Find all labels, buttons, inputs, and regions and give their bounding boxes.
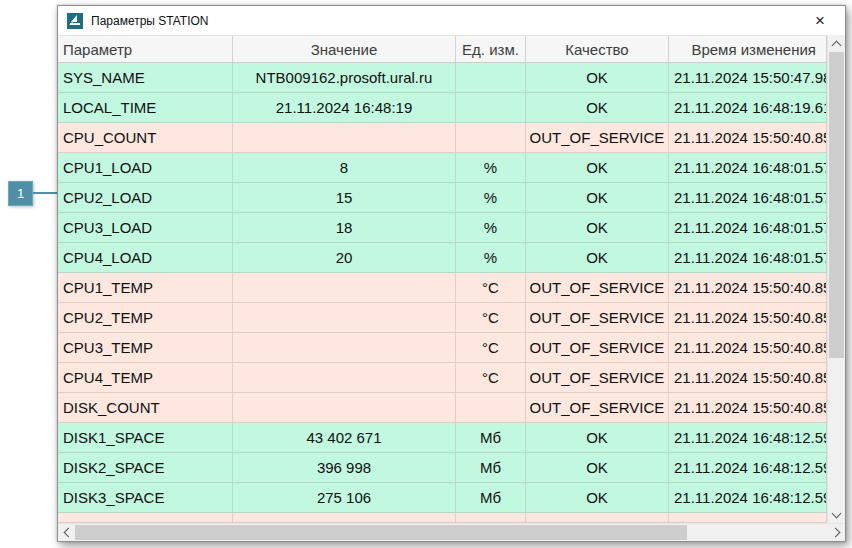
cell-value xyxy=(233,393,456,423)
cell-unit: % xyxy=(456,183,526,213)
cell-value: 43 402 671 xyxy=(233,423,456,453)
screenshot-stage: 1 Параметры STATION × ПараметрЗначениеЕд… xyxy=(0,0,852,548)
cell-quality: OUT_OF_SERVICE xyxy=(526,303,669,333)
table-row[interactable]: DISK1_SPACE43 402 671МбOK21.11.2024 16:4… xyxy=(58,423,827,453)
cell-time: 21.11.2024 16:48:01.57 xyxy=(669,213,827,243)
cell-quality: OK xyxy=(526,63,669,93)
cell-unit: Мб xyxy=(456,483,526,513)
vertical-scrollbar[interactable] xyxy=(827,35,845,523)
annotation-badge-label: 1 xyxy=(17,186,24,201)
cell-time: 21.11.2024 16:48:01.57 xyxy=(669,183,827,213)
table-row[interactable]: CPU2_LOAD15%OK21.11.2024 16:48:01.57 xyxy=(58,183,827,213)
column-header-quality: Качество xyxy=(526,36,669,62)
cell-time: 21.11.2024 15:50:40.85 xyxy=(669,333,827,363)
cell-unit: °C xyxy=(456,303,526,333)
table-row[interactable]: DISK_COUNTOUT_OF_SERVICE21.11.2024 15:50… xyxy=(58,393,827,423)
cell-value xyxy=(233,333,456,363)
column-header-value: Значение xyxy=(233,36,456,62)
app-chart-icon xyxy=(67,13,83,29)
close-icon: × xyxy=(815,11,825,31)
table-row[interactable]: CPU4_TEMP°COUT_OF_SERVICE21.11.2024 15:5… xyxy=(58,363,827,393)
table-row[interactable]: CPU4_LOAD20%OK21.11.2024 16:48:01.57 xyxy=(58,243,827,273)
table-row[interactable]: LOCAL_TIME21.11.2024 16:48:19OK21.11.202… xyxy=(58,93,827,123)
cell-time: 21.11.2024 15:50:47.98 xyxy=(669,63,827,93)
cell-unit xyxy=(456,93,526,123)
table-header: ПараметрЗначениеЕд. изм.КачествоВремя из… xyxy=(58,35,827,63)
cell-unit: °C xyxy=(456,363,526,393)
table-row[interactable]: CPU1_LOAD8%OK21.11.2024 16:48:01.57 xyxy=(58,153,827,183)
cell-value: 8 xyxy=(233,153,456,183)
scroll-down-icon xyxy=(832,508,842,518)
table-row[interactable]: CPU_COUNTOUT_OF_SERVICE21.11.2024 15:50:… xyxy=(58,123,827,153)
column-header-unit: Ед. изм. xyxy=(456,36,526,62)
cell-param: DISK1_SPACE xyxy=(58,423,233,453)
table-row[interactable]: DISK2_SPACE396 998МбOK21.11.2024 16:48:1… xyxy=(58,453,827,483)
cell-time: 21.11.2024 15:50:40.85 xyxy=(669,123,827,153)
table-row[interactable]: CPU2_TEMP°COUT_OF_SERVICE21.11.2024 15:5… xyxy=(58,303,827,333)
horizontal-scroll-thumb[interactable] xyxy=(75,525,687,540)
annotation-connector-line xyxy=(33,192,57,194)
cell-value: 18 xyxy=(233,213,456,243)
cell-time: 21.11.2024 15:50:40.85 xyxy=(669,393,827,423)
title-bar[interactable]: Параметры STATION × xyxy=(58,6,845,35)
cell-param: CPU3_LOAD xyxy=(58,213,233,243)
window-body: ПараметрЗначениеЕд. изм.КачествоВремя из… xyxy=(58,35,845,541)
horizontal-scrollbar[interactable] xyxy=(58,523,845,541)
scroll-left-button[interactable] xyxy=(58,524,75,541)
cell-quality: OUT_OF_SERVICE xyxy=(526,123,669,153)
cell-param: CPU_COUNT xyxy=(58,123,233,153)
column-header-time: Время изменения xyxy=(669,36,827,62)
cell-quality: OK xyxy=(526,453,669,483)
table-row[interactable]: DISK3_SPACE275 106МбOK21.11.2024 16:48:1… xyxy=(58,483,827,513)
close-button[interactable]: × xyxy=(809,10,831,32)
cell-quality: OK xyxy=(526,243,669,273)
cell-unit: Мб xyxy=(456,423,526,453)
scroll-right-button[interactable] xyxy=(828,524,845,541)
cell-value: NTB009162.prosoft.ural.ru xyxy=(233,63,456,93)
cell-time: 21.11.2024 15:50:40.85 xyxy=(669,303,827,333)
cell-time: 21.11.2024 16:48:19.61 xyxy=(669,93,827,123)
cell-time: 21.11.2024 16:48:12.59 xyxy=(669,453,827,483)
cell-quality: OUT_OF_SERVICE xyxy=(526,333,669,363)
scroll-up-button[interactable] xyxy=(828,35,845,52)
cell-param: DISK_COUNT xyxy=(58,393,233,423)
cell-time: 21.11.2024 15:50:40.85 xyxy=(669,273,827,303)
cell-param: CPU1_TEMP xyxy=(58,273,233,303)
column-header-param: Параметр xyxy=(58,36,233,62)
scroll-down-button[interactable] xyxy=(828,506,845,523)
cell-param: CPU2_LOAD xyxy=(58,183,233,213)
horizontal-scroll-track[interactable] xyxy=(75,524,828,541)
scroll-left-icon xyxy=(63,528,73,538)
cell-time: 21.11.2024 15:50:40.85 xyxy=(669,363,827,393)
cell-quality: OUT_OF_SERVICE xyxy=(526,273,669,303)
annotation-badge-1: 1 xyxy=(8,181,33,206)
vertical-scroll-thumb[interactable] xyxy=(829,52,844,358)
cell-quality: OK xyxy=(526,483,669,513)
parameters-table: ПараметрЗначениеЕд. изм.КачествоВремя из… xyxy=(58,35,827,523)
table-row[interactable]: SYS_NAMENTB009162.prosoft.ural.ruOK21.11… xyxy=(58,63,827,93)
cell-value: 15 xyxy=(233,183,456,213)
cell-unit xyxy=(456,63,526,93)
table-row[interactable] xyxy=(58,513,827,523)
vertical-scroll-track[interactable] xyxy=(828,52,845,506)
cell-quality: OK xyxy=(526,423,669,453)
cell-quality: OK xyxy=(526,93,669,123)
table-row[interactable]: CPU1_TEMP°COUT_OF_SERVICE21.11.2024 15:5… xyxy=(58,273,827,303)
cell-quality xyxy=(526,513,669,523)
table-row[interactable]: CPU3_LOAD18%OK21.11.2024 16:48:01.57 xyxy=(58,213,827,243)
cell-param: CPU1_LOAD xyxy=(58,153,233,183)
cell-value: 275 106 xyxy=(233,483,456,513)
cell-value xyxy=(233,123,456,153)
window-title: Параметры STATION xyxy=(91,14,809,28)
cell-time: 21.11.2024 16:48:01.57 xyxy=(669,153,827,183)
cell-value: 21.11.2024 16:48:19 xyxy=(233,93,456,123)
table-body: SYS_NAMENTB009162.prosoft.ural.ruOK21.11… xyxy=(58,63,827,523)
cell-unit xyxy=(456,393,526,423)
cell-param xyxy=(58,513,233,523)
cell-param: CPU2_TEMP xyxy=(58,303,233,333)
cell-time: 21.11.2024 16:48:12.59 xyxy=(669,483,827,513)
table-row[interactable]: CPU3_TEMP°COUT_OF_SERVICE21.11.2024 15:5… xyxy=(58,333,827,363)
cell-unit: °C xyxy=(456,273,526,303)
parameters-window: Параметры STATION × ПараметрЗначениеЕд. … xyxy=(57,5,846,542)
table-zone: ПараметрЗначениеЕд. изм.КачествоВремя из… xyxy=(58,35,845,523)
